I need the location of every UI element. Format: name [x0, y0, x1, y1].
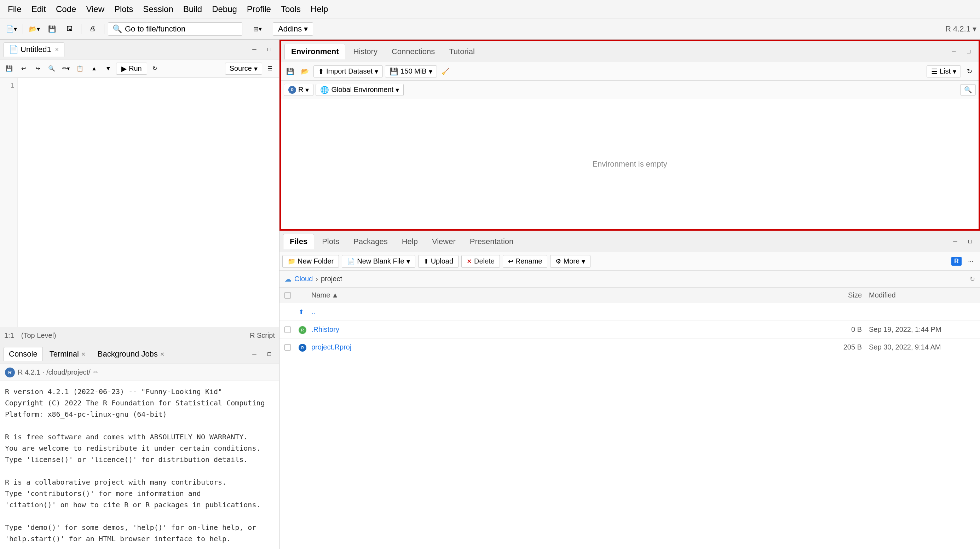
upload-btn[interactable]: ⬆ Upload — [418, 255, 458, 268]
env-maximize-btn[interactable]: □ — [963, 46, 975, 57]
row-check[interactable] — [285, 344, 299, 350]
tab-presentation[interactable]: Presentation — [463, 234, 520, 249]
header-check — [285, 292, 299, 299]
editor-maximize-btn[interactable]: □ — [263, 44, 275, 55]
tab-history[interactable]: History — [347, 44, 383, 59]
editor-chunk-btn[interactable]: 📋 — [73, 63, 86, 75]
row-checkbox[interactable] — [285, 344, 291, 350]
env-save-btn[interactable]: 💾 — [284, 65, 296, 78]
menu-edit[interactable]: Edit — [27, 2, 50, 16]
menu-build[interactable]: Build — [179, 2, 206, 16]
breadcrumb-cloud[interactable]: Cloud — [294, 275, 313, 283]
save-all-btn[interactable]: 🖫 — [62, 22, 78, 36]
refresh-icon[interactable]: ↻ — [970, 275, 975, 283]
menu-tools[interactable]: Tools — [277, 2, 305, 16]
editor-tab-untitled1[interactable]: 📄 Untitled1 ✕ — [3, 43, 64, 57]
rename-btn[interactable]: ↩ Rename — [503, 255, 548, 268]
header-name[interactable]: Name ▲ — [311, 291, 819, 299]
editor-up-btn[interactable]: ▲ — [88, 63, 100, 75]
tab-files[interactable]: Files — [283, 234, 314, 249]
env-search-box[interactable]: 🔍 — [960, 84, 976, 95]
save-btn[interactable]: 💾 — [44, 22, 60, 36]
row-icon: R — [299, 343, 311, 352]
editor-save-btn[interactable]: 💾 — [3, 63, 16, 75]
background-jobs-close-btn[interactable]: ✕ — [160, 351, 164, 358]
addins-btn[interactable]: Addins ▾ — [273, 22, 313, 36]
table-row[interactable]: R .Rhistory 0 B Sep 19, 2022, 1:44 PM — [280, 321, 980, 339]
header-size-label: Size — [848, 291, 862, 299]
env-refresh-btn[interactable]: ↻ — [963, 65, 976, 78]
console-maximize-btn[interactable]: □ — [263, 349, 275, 360]
more-btn[interactable]: ⚙ More ▾ — [550, 255, 590, 268]
env-r-selector[interactable]: R R ▾ — [284, 84, 313, 96]
row-name[interactable]: .Rhistory — [311, 325, 819, 334]
table-row[interactable]: R project.Rproj 205 B Sep 30, 2022, 9:14… — [280, 339, 980, 356]
menu-profile[interactable]: Profile — [243, 2, 275, 16]
env-toolbar: 💾 📂 ⬆ Import Dataset ▾ 💾 150 MiB ▾ 🧹 ☰ L… — [281, 62, 978, 81]
editor-options-btn[interactable]: ☰ — [264, 63, 276, 75]
menu-file[interactable]: File — [3, 2, 26, 16]
env-global-selector[interactable]: 🌐 Global Environment ▾ — [316, 84, 404, 96]
rename-label: Rename — [515, 257, 542, 265]
console-content[interactable]: R version 4.2.1 (2022-06-23) -- "Funny-L… — [0, 381, 279, 549]
workspace-btn[interactable]: ⊞▾ — [250, 22, 265, 36]
editor-minimize-btn[interactable]: ─ — [248, 44, 261, 55]
env-load-btn[interactable]: 📂 — [299, 65, 311, 78]
tab-tutorial[interactable]: Tutorial — [442, 44, 481, 59]
tab-connections[interactable]: Connections — [385, 44, 441, 59]
chevron-down-icon: ▾ — [304, 24, 308, 33]
editor-down-btn[interactable]: ▼ — [102, 63, 115, 75]
files-minimize-btn[interactable]: ─ — [949, 236, 962, 247]
menu-code[interactable]: Code — [52, 2, 80, 16]
row-checkbox[interactable] — [285, 326, 291, 333]
new-folder-btn[interactable]: 📁 New Folder — [282, 255, 339, 268]
code-editor[interactable] — [18, 78, 279, 327]
env-memory-btn[interactable]: 💾 150 MiB ▾ — [385, 65, 437, 78]
editor-source-btn[interactable]: Source ▾ — [225, 63, 262, 75]
console-path: R R 4.2.1 · /cloud/project/ ✏ — [0, 364, 279, 381]
global-env-label: Global Environment — [331, 86, 393, 94]
env-import-btn[interactable]: ⬆ Import Dataset ▾ — [313, 65, 383, 78]
tab-help[interactable]: Help — [396, 234, 424, 249]
editor-format-btn[interactable]: ✏▾ — [59, 63, 72, 75]
r-selector-chevron: ▾ — [305, 86, 309, 94]
editor-undo-btn[interactable]: ↩ — [17, 63, 30, 75]
files-ellipsis-btn[interactable]: ⋯ — [964, 256, 977, 267]
env-empty-message: Environment is empty — [592, 159, 667, 169]
tab-packages[interactable]: Packages — [347, 234, 394, 249]
editor-rerun-btn[interactable]: ↻ — [149, 63, 161, 75]
open-file-btn[interactable]: 📂▾ — [27, 22, 42, 36]
env-list-btn[interactable]: ☰ List ▾ — [927, 65, 961, 78]
menu-plots[interactable]: Plots — [110, 2, 137, 16]
table-row[interactable]: ⬆ .. — [280, 303, 980, 321]
delete-btn[interactable]: ✕ Delete — [461, 255, 500, 268]
tab-environment[interactable]: Environment — [285, 44, 345, 59]
tab-console[interactable]: Console — [3, 347, 43, 361]
tab-plots[interactable]: Plots — [316, 234, 346, 249]
row-name[interactable]: project.Rproj — [311, 343, 819, 351]
env-minimize-btn[interactable]: ─ — [947, 46, 960, 57]
new-blank-file-btn[interactable]: 📄 New Blank File ▾ — [342, 255, 415, 268]
tab-background-jobs[interactable]: Background Jobs ✕ — [92, 347, 170, 361]
env-clear-btn[interactable]: 🧹 — [439, 65, 452, 78]
tab-terminal[interactable]: Terminal ✕ — [44, 347, 91, 361]
select-all-checkbox[interactable] — [285, 292, 291, 299]
menu-view[interactable]: View — [82, 2, 108, 16]
goto-file-input[interactable]: 🔍 Go to file/function — [108, 22, 242, 36]
editor-run-btn[interactable]: ▶ Run — [116, 63, 147, 75]
terminal-close-btn[interactable]: ✕ — [81, 351, 86, 358]
new-file-btn[interactable]: 📄▾ — [3, 22, 19, 36]
files-maximize-btn[interactable]: □ — [964, 236, 977, 247]
editor-search-btn[interactable]: 🔍 — [45, 63, 58, 75]
row-check[interactable] — [285, 326, 299, 333]
menu-debug[interactable]: Debug — [208, 2, 241, 16]
menu-help[interactable]: Help — [306, 2, 332, 16]
editor-redo-btn[interactable]: ↪ — [31, 63, 44, 75]
tab-viewer[interactable]: Viewer — [426, 234, 462, 249]
more-icon: ⚙ — [555, 258, 561, 265]
row-name[interactable]: .. — [311, 308, 819, 316]
editor-tab-close[interactable]: ✕ — [55, 47, 59, 53]
menu-session[interactable]: Session — [139, 2, 177, 16]
console-minimize-btn[interactable]: ─ — [248, 349, 261, 360]
print-btn[interactable]: 🖨 — [85, 22, 100, 36]
